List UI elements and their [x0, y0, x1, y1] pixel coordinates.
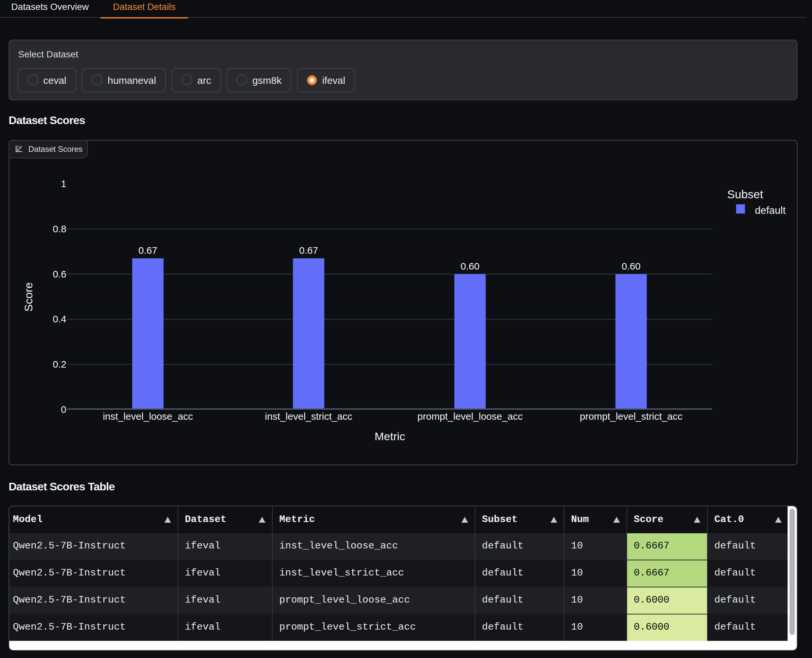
svg-text:inst_level_loose_acc: inst_level_loose_acc [102, 411, 193, 422]
svg-text:0.2: 0.2 [52, 359, 66, 370]
svg-text:0.60: 0.60 [460, 261, 479, 272]
svg-text:0: 0 [61, 404, 66, 415]
svg-text:prompt_level_loose_acc: prompt_level_loose_acc [417, 411, 522, 422]
svg-text:0.6: 0.6 [52, 269, 66, 279]
svg-text:Subset: Subset [727, 188, 763, 201]
svg-text:0.60: 0.60 [621, 261, 640, 272]
svg-text:0.4: 0.4 [52, 313, 66, 324]
svg-text:0.67: 0.67 [138, 245, 157, 256]
svg-text:0.67: 0.67 [299, 245, 318, 256]
svg-text:inst_level_strict_acc: inst_level_strict_acc [265, 411, 352, 422]
svg-text:1: 1 [61, 178, 66, 189]
svg-text:default: default [754, 205, 785, 216]
svg-text:prompt_level_strict_acc: prompt_level_strict_acc [580, 411, 682, 422]
svg-text:Metric: Metric [374, 430, 405, 442]
svg-text:Score: Score [22, 282, 34, 312]
svg-text:0.8: 0.8 [52, 223, 66, 234]
